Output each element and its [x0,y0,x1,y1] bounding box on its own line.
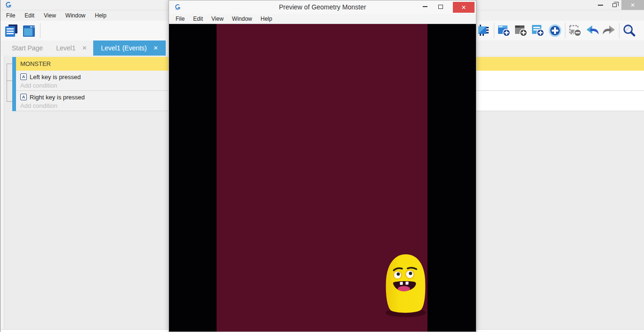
menu-help[interactable]: Help [90,10,112,21]
tree-connector [7,81,12,81]
tab-level1[interactable]: Level1 ✕ [49,40,93,56]
minimize-icon [598,5,603,6]
tree-connector [7,101,12,102]
comment-text: MONSTER [20,60,51,67]
menu-help[interactable]: Help [257,14,277,24]
restore-button[interactable] [607,0,621,10]
menu-edit[interactable]: Edit [20,10,39,21]
condition-text: Right key is pressed [30,94,85,101]
tab-close-icon[interactable]: ✕ [82,45,87,51]
debugger-icon[interactable] [477,23,491,39]
game-canvas[interactable] [169,24,476,332]
project-manager-icon[interactable] [4,23,18,39]
close-icon: ✕ [461,4,466,11]
events-gutter [0,56,4,329]
tab-label: Start Page [12,44,43,52]
maximize-icon [438,5,443,9]
add-more-events-icon[interactable] [548,23,562,39]
preview-close-button[interactable]: ✕ [453,2,475,13]
close-button[interactable]: ✕ [621,0,644,10]
menu-file[interactable]: File [171,14,189,24]
menu-view[interactable]: View [207,14,228,24]
condition-text: Left key is pressed [30,73,80,81]
undo-icon[interactable] [585,23,599,39]
toolbar-separator [619,23,620,38]
toolbar-separator [40,23,40,38]
menu-edit[interactable]: Edit [189,14,207,24]
minimize-button[interactable] [593,0,607,10]
redo-icon[interactable] [602,23,616,39]
tab-label: Level1 [56,44,75,52]
menu-view[interactable]: View [39,10,61,21]
scene-editor-icon[interactable] [22,23,36,39]
search-icon[interactable] [622,23,636,39]
add-comment-icon[interactable] [531,23,545,39]
add-subevent-icon[interactable] [514,23,528,39]
event-selection-bar[interactable] [12,57,16,111]
keyboard-key-icon: A [20,94,27,100]
close-icon: ✕ [630,2,635,8]
preview-maximize-button[interactable] [435,0,447,13]
menu-window[interactable]: Window [228,14,257,24]
add-event-icon[interactable] [497,23,511,39]
preview-menubar: File Edit View Window Help [169,14,476,24]
menu-window[interactable]: Window [61,10,90,21]
preview-window: Preview of Geometry Monster ✕ File Edit … [169,0,476,332]
toolbar-separator [565,23,565,38]
tree-connector [7,64,7,101]
minimize-icon [423,6,427,7]
keyboard-key-icon: A [20,73,27,80]
tab-close-icon[interactable]: ✕ [153,45,158,51]
preview-titlebar[interactable]: Preview of Geometry Monster ✕ [169,0,476,14]
preview-minimize-button[interactable] [419,0,431,13]
menu-file[interactable]: File [1,10,20,21]
monster-sprite [383,253,428,319]
gdevelop-logo-icon [5,1,12,11]
tree-connector [7,64,12,64]
delete-event-icon[interactable] [568,23,582,39]
toolbar-separator [494,23,494,38]
tab-label: Level1 (Events) [101,44,146,52]
tab-level1-events[interactable]: Level1 (Events) ✕ [93,40,165,56]
restore-icon [612,3,617,7]
tab-start-page[interactable]: Start Page [5,40,49,56]
